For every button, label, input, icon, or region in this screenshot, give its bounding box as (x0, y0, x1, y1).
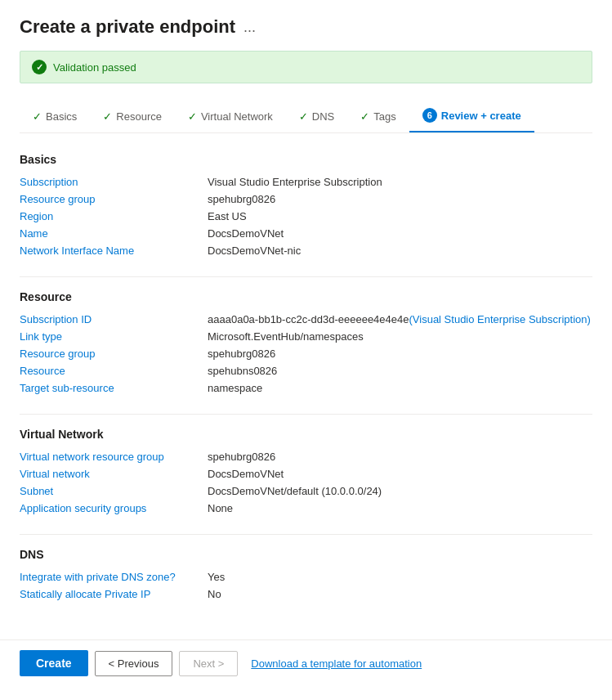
section-virtual-network-title: Virtual Network (20, 428, 592, 441)
tab-resource-label: Resource (116, 110, 162, 123)
field-app-security-groups-label: Application security groups (20, 502, 208, 514)
field-dns-zone-value: Yes (208, 571, 592, 583)
tab-review-create-label: Review + create (441, 110, 521, 122)
field-name: Name DocsDemoVNet (20, 227, 592, 240)
divider-3 (20, 534, 592, 535)
field-subscription-label: Subscription (20, 176, 208, 188)
tab-dns-check: ✓ (299, 110, 308, 123)
tab-resource[interactable]: ✓ Resource (90, 102, 175, 131)
scroll-content: Basics Subscription Visual Studio Enterp… (20, 153, 592, 620)
section-resource: Resource Subscription ID aaaa0a0a-bb1b-c… (20, 290, 592, 394)
subscription-id-link: (Visual Studio Enterprise Subscription) (409, 313, 591, 325)
divider-2 (20, 414, 592, 415)
field-target-sub-resource-label: Target sub-resource (20, 382, 208, 394)
tab-tags-label: Tags (373, 110, 395, 123)
divider-1 (20, 276, 592, 277)
tabs-container: ✓ Basics ✓ Resource ✓ Virtual Network ✓ … (20, 100, 592, 133)
field-virtual-network: Virtual network DocsDemoVNet (20, 468, 592, 480)
next-button[interactable]: Next > (179, 651, 238, 676)
tab-review-create-badge: 6 (422, 108, 437, 123)
bottom-bar: Create < Previous Next > Download a temp… (0, 639, 612, 686)
field-name-label: Name (20, 227, 208, 240)
field-vnet-resource-group-value: spehubrg0826 (208, 451, 592, 463)
field-subscription-value: Visual Studio Enterprise Subscription (208, 176, 592, 188)
page-title-ellipsis[interactable]: ... (243, 19, 256, 36)
field-subscription: Subscription Visual Studio Enterprise Su… (20, 176, 592, 188)
field-region-value: East US (208, 210, 592, 222)
field-virtual-network-value: DocsDemoVNet (208, 468, 592, 480)
tab-resource-check: ✓ (103, 110, 112, 123)
tab-tags-check: ✓ (360, 110, 369, 123)
field-subscription-id-label: Subscription ID (20, 313, 208, 325)
field-resource-group-resource-value: spehubrg0826 (208, 348, 592, 360)
previous-button[interactable]: < Previous (95, 651, 173, 676)
field-static-ip: Statically allocate Private IP No (20, 588, 592, 600)
validation-check-icon (32, 60, 47, 74)
field-resource-value: spehubns0826 (208, 365, 592, 377)
field-app-security-groups-value: None (208, 502, 592, 514)
field-region-label: Region (20, 210, 208, 222)
tab-dns-label: DNS (312, 110, 334, 123)
tab-dns[interactable]: ✓ DNS (286, 102, 347, 131)
download-template-button[interactable]: Download a template for automation (244, 657, 428, 670)
field-resource-group-resource: Resource group spehubrg0826 (20, 348, 592, 360)
field-subnet: Subnet DocsDemoVNet/default (10.0.0.0/24… (20, 485, 592, 497)
field-region: Region East US (20, 210, 592, 222)
field-target-sub-resource: Target sub-resource namespace (20, 382, 592, 394)
field-network-interface-name-label: Network Interface Name (20, 245, 208, 257)
field-static-ip-value: No (208, 588, 592, 600)
field-link-type-value: Microsoft.EventHub/namespaces (208, 330, 592, 343)
section-basics-title: Basics (20, 153, 592, 166)
field-static-ip-label: Statically allocate Private IP (20, 588, 208, 600)
field-resource-label: Resource (20, 365, 208, 377)
field-resource-group-basics: Resource group spehubrg0826 (20, 193, 592, 205)
field-network-interface-name-value: DocsDemoVNet-nic (208, 245, 592, 257)
field-link-type-label: Link type (20, 330, 208, 343)
section-resource-title: Resource (20, 290, 592, 303)
tab-virtual-network-label: Virtual Network (201, 110, 273, 123)
tab-basics-label: Basics (46, 110, 77, 123)
page-title: Create a private endpoint (20, 16, 235, 38)
field-name-value: DocsDemoVNet (208, 227, 592, 240)
field-resource-group-basics-value: spehubrg0826 (208, 193, 592, 205)
tab-virtual-network-check: ✓ (188, 110, 197, 123)
tab-basics[interactable]: ✓ Basics (20, 102, 90, 131)
tab-basics-check: ✓ (33, 110, 42, 123)
tab-review-create[interactable]: 6 Review + create (409, 100, 534, 132)
validation-text: Validation passed (53, 61, 136, 74)
section-virtual-network: Virtual Network Virtual network resource… (20, 428, 592, 514)
create-button[interactable]: Create (20, 650, 88, 676)
field-subnet-label: Subnet (20, 485, 208, 497)
field-link-type: Link type Microsoft.EventHub/namespaces (20, 330, 592, 343)
field-resource: Resource spehubns0826 (20, 365, 592, 377)
section-basics: Basics Subscription Visual Studio Enterp… (20, 153, 592, 257)
field-subscription-id-value: aaaa0a0a-bb1b-cc2c-dd3d-eeeeee4e4e4e(Vis… (208, 313, 592, 325)
field-subscription-id: Subscription ID aaaa0a0a-bb1b-cc2c-dd3d-… (20, 313, 592, 325)
field-subnet-value: DocsDemoVNet/default (10.0.0.0/24) (208, 485, 592, 497)
section-dns: DNS Integrate with private DNS zone? Yes… (20, 548, 592, 600)
field-dns-zone: Integrate with private DNS zone? Yes (20, 571, 592, 583)
field-target-sub-resource-value: namespace (208, 382, 592, 394)
page-title-container: Create a private endpoint ... (20, 16, 592, 38)
field-vnet-resource-group: Virtual network resource group spehubrg0… (20, 451, 592, 463)
field-resource-group-resource-label: Resource group (20, 348, 208, 360)
field-resource-group-basics-label: Resource group (20, 193, 208, 205)
field-dns-zone-label: Integrate with private DNS zone? (20, 571, 208, 583)
field-vnet-resource-group-label: Virtual network resource group (20, 451, 208, 463)
tab-virtual-network[interactable]: ✓ Virtual Network (175, 102, 286, 131)
section-dns-title: DNS (20, 548, 592, 561)
field-virtual-network-label: Virtual network (20, 468, 208, 480)
field-app-security-groups: Application security groups None (20, 502, 592, 514)
field-network-interface-name: Network Interface Name DocsDemoVNet-nic (20, 245, 592, 257)
validation-banner: Validation passed (20, 51, 592, 83)
tab-tags[interactable]: ✓ Tags (347, 102, 409, 131)
